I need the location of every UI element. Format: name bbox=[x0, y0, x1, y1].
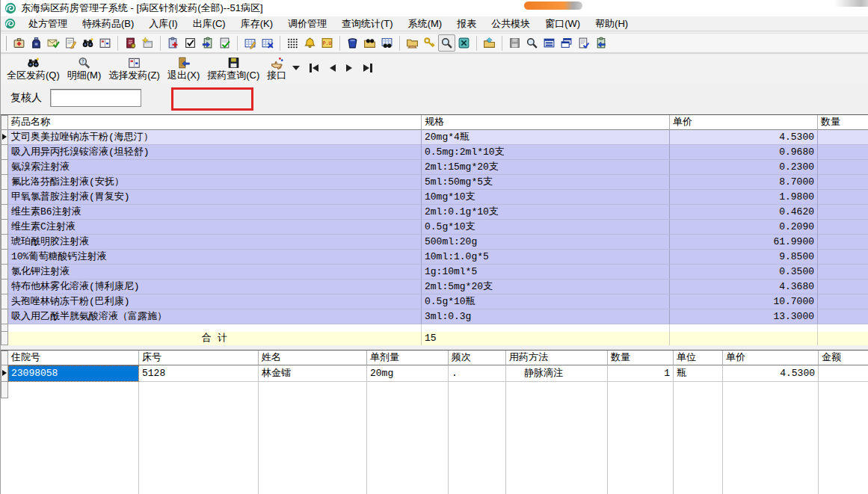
price-cell[interactable]: 0.3500 bbox=[670, 265, 818, 280]
nav-first-icon[interactable] bbox=[310, 64, 321, 72]
price-cell[interactable]: 61.9900 bbox=[670, 235, 818, 250]
clipboard-return-icon[interactable] bbox=[592, 34, 609, 52]
qty-cell[interactable] bbox=[818, 235, 868, 250]
qty-cell[interactable] bbox=[818, 145, 868, 160]
col-qty[interactable]: 数量 bbox=[818, 115, 868, 130]
drug-name-cell[interactable]: 维生素C注射液 bbox=[8, 220, 422, 235]
search-folder-icon[interactable] bbox=[361, 34, 378, 52]
note-edit-icon[interactable] bbox=[62, 34, 79, 52]
drug-name-cell[interactable]: 10%葡萄糖酸钙注射液 bbox=[8, 250, 422, 265]
window-list-icon[interactable] bbox=[541, 34, 558, 52]
menu-item[interactable]: 窗口(W) bbox=[538, 16, 588, 31]
氨溴索注射液[interactable]: 氨溴索注射液 2ml:15mg*20支 0.2300 bbox=[1, 160, 868, 175]
zoom-icon[interactable] bbox=[523, 34, 541, 52]
checkbox-icon[interactable] bbox=[182, 34, 199, 52]
price-cell[interactable]: 1.9800 bbox=[670, 190, 818, 205]
disk-gray-icon[interactable] bbox=[506, 34, 523, 52]
freq-cell[interactable]: . bbox=[449, 365, 506, 382]
dispense-query-button[interactable]: 摆药查询(C) bbox=[203, 55, 263, 83]
drug-name-cell[interactable]: 维生素B6注射液 bbox=[8, 205, 422, 220]
nav-next-icon[interactable] bbox=[344, 64, 355, 72]
col-quantity[interactable]: 数量 bbox=[608, 351, 674, 365]
col-method[interactable]: 用药方法 bbox=[506, 351, 608, 365]
menu-item[interactable]: 查询统计(T) bbox=[334, 16, 401, 31]
clipboard-add-icon[interactable] bbox=[164, 34, 182, 52]
menu-item[interactable]: 库存(K) bbox=[233, 16, 280, 31]
bucket-icon[interactable] bbox=[344, 34, 361, 52]
menu-item[interactable]: 帮助(H) bbox=[588, 16, 635, 31]
price-cell[interactable]: 8.7000 bbox=[670, 175, 818, 190]
qty-cell[interactable] bbox=[818, 280, 868, 294]
window-cascade-icon[interactable] bbox=[558, 34, 575, 52]
interface-button[interactable]: 接口 bbox=[263, 55, 290, 83]
col-bed-no[interactable]: 床号 bbox=[139, 351, 259, 365]
search-grid-icon[interactable] bbox=[378, 34, 395, 52]
spec-cell[interactable]: 2ml:5mg*20支 bbox=[422, 280, 670, 294]
dose-cell[interactable]: 20mg bbox=[367, 365, 449, 382]
menu-item[interactable]: 系统(M) bbox=[401, 16, 450, 31]
menu-item[interactable]: 入库(I) bbox=[141, 16, 185, 31]
select-dispense-button[interactable]: 选择发药(Z) bbox=[105, 55, 164, 83]
drug-name-cell[interactable]: 氨溴索注射液 bbox=[8, 160, 422, 175]
维生素C注射液[interactable]: 维生素C注射液 0.5g*10支 0.2090 bbox=[1, 220, 868, 235]
col-frequency[interactable]: 频次 bbox=[449, 351, 506, 365]
bell-icon[interactable] bbox=[301, 34, 318, 52]
qty-cell[interactable] bbox=[818, 205, 868, 220]
new-item-icon[interactable] bbox=[139, 34, 156, 52]
menu-item[interactable]: 特殊药品(B) bbox=[75, 16, 141, 31]
price-cell[interactable]: 4.3680 bbox=[670, 280, 818, 294]
spec-cell[interactable]: 3ml:0.3g bbox=[422, 309, 670, 324]
qty-cell[interactable] bbox=[818, 160, 868, 175]
甲氧氯普胺注射液(胃复安)[interactable]: 甲氧氯普胺注射液(胃复安) 10mg*10支 1.9800 bbox=[1, 190, 868, 205]
qty-cell[interactable] bbox=[818, 175, 868, 190]
drug-name-cell[interactable]: 特布他林雾化溶液(博利康尼) bbox=[8, 280, 422, 294]
menu-item[interactable]: 报表 bbox=[449, 16, 484, 31]
col-spec[interactable]: 规格 bbox=[422, 115, 670, 130]
price-cell[interactable]: 4.5300 bbox=[670, 130, 818, 145]
spec-cell[interactable]: 2ml:0.1g*10支 bbox=[422, 205, 670, 220]
amount-cell[interactable] bbox=[819, 365, 868, 382]
头孢唑林钠冻干粉(巴利康)[interactable]: 头孢唑林钠冻干粉(巴利康) 0.5g*10瓶 10.7000 bbox=[1, 294, 868, 309]
folder-hand-icon[interactable] bbox=[404, 34, 421, 52]
price-cell[interactable]: 0.4620 bbox=[670, 205, 818, 220]
magnifier-icon[interactable] bbox=[438, 34, 455, 52]
folder-export-icon[interactable] bbox=[481, 34, 498, 52]
reviewer-input[interactable] bbox=[50, 89, 141, 107]
method-cell[interactable]: 静脉滴注 bbox=[506, 365, 608, 382]
吸入用异丙托溴铵溶液(坦轻舒)[interactable]: 吸入用异丙托溴铵溶液(坦轻舒) 0.5mg:2ml*10支 0.9680 bbox=[1, 145, 868, 160]
prescription-book-icon[interactable] bbox=[96, 34, 114, 52]
spec-cell[interactable]: 500ml:20g bbox=[422, 235, 670, 250]
艾司奥美拉唑钠冻干粉(海思汀）[interactable]: 艾司奥美拉唑钠冻干粉(海思汀） 20mg*4瓶 4.5300 bbox=[1, 130, 868, 145]
col-dose[interactable]: 单剂量 bbox=[367, 351, 449, 365]
clipboard-in-icon[interactable] bbox=[199, 34, 216, 52]
qty-cell[interactable] bbox=[818, 250, 868, 265]
col-amount[interactable]: 金额 bbox=[819, 351, 868, 365]
more-buttons-dropdown-icon[interactable] bbox=[292, 66, 300, 70]
nav-prev-icon[interactable] bbox=[327, 64, 338, 72]
特布他林雾化溶液(博利康尼)[interactable]: 特布他林雾化溶液(博利康尼) 2ml:5mg*20支 4.3680 bbox=[1, 280, 868, 294]
grid-close-icon[interactable] bbox=[259, 34, 276, 52]
drug-name-cell[interactable]: 吸入用乙酰半胱氨酸溶液（富露施） bbox=[8, 309, 422, 324]
10%葡萄糖酸钙注射液[interactable]: 10%葡萄糖酸钙注射液 10ml:1.0g*5 9.8500 bbox=[1, 250, 868, 265]
col-patient-name[interactable]: 姓名 bbox=[259, 351, 367, 365]
col-price[interactable]: 单价 bbox=[723, 351, 819, 365]
menu-item[interactable]: 处方管理 bbox=[21, 16, 75, 31]
price-cell[interactable]: 10.7000 bbox=[670, 294, 818, 309]
detail-button[interactable]: 明细(M) bbox=[64, 55, 105, 83]
nav-last-icon[interactable] bbox=[361, 64, 372, 72]
qty-cell[interactable]: 1 bbox=[608, 365, 674, 382]
grid-edit-icon[interactable] bbox=[241, 34, 259, 52]
吸入用乙酰半胱氨酸溶液（富露施）[interactable]: 吸入用乙酰半胱氨酸溶液（富露施） 3ml:0.3g 13.3000 bbox=[1, 309, 868, 324]
unit-cell[interactable]: 瓶 bbox=[674, 365, 723, 382]
pinned-doc-icon[interactable] bbox=[122, 34, 139, 52]
price-cell[interactable]: 0.9680 bbox=[670, 145, 818, 160]
binoculars-icon[interactable] bbox=[79, 34, 96, 52]
qty-cell[interactable] bbox=[818, 265, 868, 280]
dispense-all-button[interactable]: 全区发药(Q) bbox=[3, 55, 64, 83]
mail-check-icon[interactable] bbox=[45, 34, 62, 52]
menu-item[interactable]: 公共模块 bbox=[484, 16, 538, 31]
spec-cell[interactable]: 10mg*10支 bbox=[422, 190, 670, 205]
drug-name-cell[interactable]: 琥珀酰明胶注射液 bbox=[8, 235, 422, 250]
price-unit-icon[interactable] bbox=[318, 34, 336, 52]
氟比洛芬酯注射液(安抚）[interactable]: 氟比洛芬酯注射液(安抚） 5ml:50mg*5支 8.7000 bbox=[1, 175, 868, 190]
